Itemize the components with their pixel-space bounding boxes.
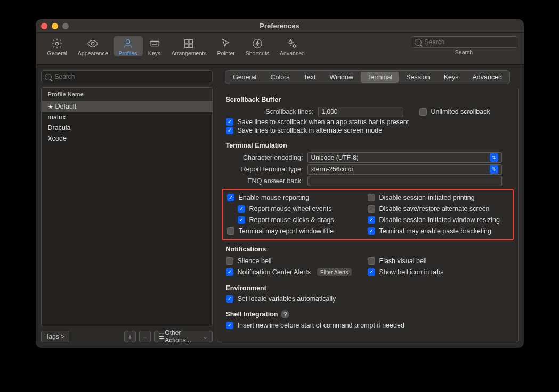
section-title: Scrollback Buffer (226, 96, 509, 103)
nc-alerts-checkbox[interactable] (226, 268, 233, 276)
checkbox-label: Disable session-initiated window resizin… (379, 216, 500, 224)
tab-window[interactable]: Window (323, 72, 359, 83)
tab-session[interactable]: Session (400, 72, 436, 83)
gear-icon (51, 37, 63, 50)
disable-altscreen-checkbox[interactable] (368, 205, 375, 213)
profile-item-label: Default (55, 103, 77, 110)
eye-icon (86, 37, 99, 50)
window-title-checkbox[interactable] (227, 227, 234, 235)
scrollback-lines-label: Scrollback lines: (237, 108, 314, 116)
flash-bell-checkbox[interactable] (368, 257, 375, 265)
toolbar-search[interactable] (411, 36, 517, 48)
checkbox-label: Terminal may report window title (239, 227, 334, 235)
profile-items: ★Default matrix Dracula Xcode (42, 101, 212, 326)
window-title: Preferences (36, 22, 524, 30)
tab-advanced[interactable]: Advanced (466, 72, 508, 83)
svg-point-0 (55, 42, 59, 45)
shell-newline-checkbox[interactable] (226, 322, 233, 329)
encoding-select[interactable]: Unicode (UTF-8)⇅ (307, 152, 502, 163)
svg-rect-5 (189, 40, 192, 43)
scrollback-lines-input[interactable] (318, 107, 403, 117)
section-title: Shell Integration? (226, 310, 509, 318)
toolbar-pointer[interactable]: Pointer (212, 36, 240, 56)
paste-bracket-checkbox[interactable] (368, 227, 375, 235)
tags-button[interactable]: Tags > (41, 331, 70, 342)
toolbar-general[interactable]: General (42, 36, 72, 56)
save-statusbar-checkbox[interactable] (226, 118, 233, 126)
profile-item-label: matrix (48, 113, 66, 121)
toolbar-search-input[interactable] (425, 38, 514, 46)
mouse-wheel-checkbox[interactable] (238, 205, 245, 213)
profile-tabs: General Colors Text Window Terminal Sess… (225, 70, 510, 84)
profile-search-input[interactable] (55, 73, 209, 80)
toolbar-profiles[interactable]: Profiles (114, 36, 143, 56)
highlighted-group: Enable mouse reporting Report mouse whee… (222, 189, 514, 240)
section-title: Notifications (226, 246, 509, 253)
svg-rect-4 (185, 40, 188, 43)
unlimited-scrollback-checkbox[interactable] (419, 108, 427, 116)
profile-search[interactable] (41, 70, 213, 83)
keyboard-icon (148, 37, 161, 50)
toolbar-shortcuts[interactable]: Shortcuts (240, 36, 274, 56)
enable-mouse-checkbox[interactable] (227, 194, 234, 201)
save-altscreen-checkbox[interactable] (226, 127, 233, 134)
search-icon (415, 39, 422, 46)
pointer-icon (220, 37, 232, 50)
tab-text[interactable]: Text (297, 72, 322, 83)
toolbar-label: Pointer (217, 50, 234, 56)
toolbar-appearance[interactable]: Appearance (72, 36, 114, 56)
other-actions-dropdown[interactable]: ☰ Other Actions... ⌄ (154, 331, 212, 342)
checkbox-label: Set locale variables automatically (238, 295, 336, 303)
toolbar-arrangements[interactable]: Arrangements (166, 36, 212, 56)
profile-item[interactable]: ★Default (42, 101, 212, 112)
profile-item[interactable]: Xcode (42, 133, 212, 144)
toolbar-label: General (47, 50, 67, 56)
remove-profile-button[interactable]: － (139, 331, 151, 342)
bell-icon-checkbox[interactable] (368, 268, 375, 276)
grid-icon (182, 37, 195, 50)
tab-general[interactable]: General (226, 72, 263, 83)
chevron-down-icon: ⌄ (202, 333, 208, 340)
profile-item[interactable]: matrix (42, 112, 212, 123)
main-panel: General Colors Text Window Terminal Sess… (217, 70, 519, 342)
bolt-icon (251, 37, 264, 50)
disable-printing-checkbox[interactable] (368, 194, 375, 201)
toolbar-advanced[interactable]: Advanced (274, 36, 310, 56)
section-title: Environment (226, 284, 509, 292)
encoding-label: Character encoding: (226, 154, 303, 161)
checkbox-label: Notification Center Alerts (238, 268, 311, 276)
checkbox-label: Show bell icon in tabs (379, 268, 444, 276)
svg-rect-3 (150, 41, 159, 46)
svg-point-2 (126, 40, 129, 44)
disable-resize-checkbox[interactable] (368, 216, 375, 224)
toolbar-label: Shortcuts (246, 50, 269, 56)
add-profile-button[interactable]: ＋ (124, 331, 136, 342)
locale-checkbox[interactable] (226, 295, 233, 303)
svg-point-9 (289, 41, 293, 44)
termtype-select[interactable]: xterm-256color⇅ (307, 164, 502, 175)
other-actions-label: Other Actions... (165, 329, 202, 344)
enq-label: ENQ answer back: (226, 177, 303, 185)
filter-alerts-button[interactable]: Filter Alerts (317, 268, 352, 276)
preferences-window: Preferences General Appearance Profiles … (36, 19, 524, 348)
silence-bell-checkbox[interactable] (226, 257, 233, 265)
checkbox-label: Enable mouse reporting (239, 194, 310, 201)
tab-colors[interactable]: Colors (264, 72, 296, 83)
help-icon[interactable]: ? (281, 310, 289, 318)
svg-point-8 (253, 39, 262, 48)
checkbox-label: Insert newline before start of command p… (238, 322, 404, 329)
checkbox-label: Silence bell (238, 257, 272, 265)
profile-item[interactable]: Dracula (42, 123, 212, 133)
titlebar: Preferences (36, 19, 524, 33)
mouse-clicks-checkbox[interactable] (238, 216, 245, 224)
toolbar-keys[interactable]: Keys (143, 36, 166, 56)
checkbox-label: Disable save/restore alternate screen (379, 205, 490, 213)
checkbox-label: Flash visual bell (379, 257, 427, 265)
toolbar-label: Appearance (78, 50, 108, 56)
tab-keys[interactable]: Keys (438, 72, 465, 83)
tab-terminal[interactable]: Terminal (361, 72, 399, 83)
person-icon (121, 37, 134, 50)
enq-input[interactable] (307, 176, 502, 186)
checkbox-label: Disable session-initiated printing (379, 194, 475, 201)
star-icon: ★ (48, 103, 53, 110)
